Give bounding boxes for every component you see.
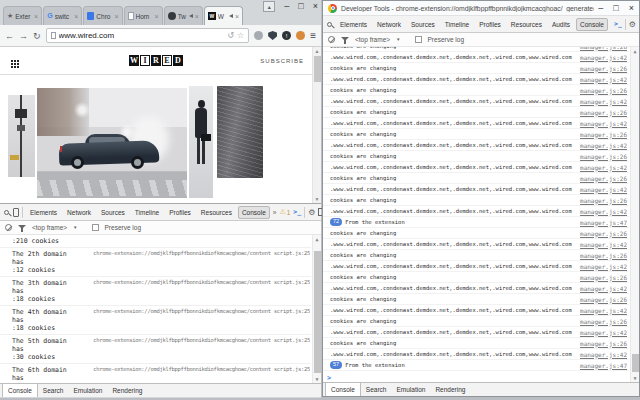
console-source-link[interactable]: chrome-extension://omdjklfbppffbonnikdio… <box>93 366 310 372</box>
devtools-tab[interactable]: Network <box>373 18 405 31</box>
console-source-link[interactable]: manager.js:26 <box>580 296 627 303</box>
console-source-link[interactable]: manager.js:42 <box>580 307 627 314</box>
history-icon[interactable]: ↺ <box>227 31 234 40</box>
console-source-link[interactable]: manager.js:26 <box>580 340 627 347</box>
drawer-tab[interactable]: Rendering <box>430 383 470 396</box>
devtools-tab[interactable]: Console <box>576 18 608 31</box>
frame-selector[interactable]: <top frame> <box>355 36 390 43</box>
drawer-tab[interactable]: Console <box>2 384 38 397</box>
clear-console-icon[interactable] <box>5 224 12 231</box>
reload-icon[interactable]: ↻ <box>33 31 41 41</box>
url-text[interactable]: www.wired.com <box>59 31 225 40</box>
page-scrollbar[interactable]: ▲ ▼ <box>312 47 321 203</box>
console-source-link[interactable]: manager.js:26 <box>580 47 627 50</box>
close-icon[interactable]: × <box>629 3 634 13</box>
orange-extension-icon[interactable] <box>296 31 305 40</box>
console-source-link[interactable]: manager.js:26 <box>580 230 627 237</box>
extension-icon-gray[interactable] <box>254 31 263 40</box>
menu-grid-icon[interactable] <box>11 60 13 62</box>
console-source-link[interactable]: manager.js:26 <box>580 65 627 72</box>
scroll-up-icon[interactable]: ▲ <box>313 48 321 54</box>
console-source-link[interactable]: manager.js:26 <box>580 197 627 204</box>
browser-tab-wired-active[interactable]: W W × <box>204 6 243 25</box>
console-source-link[interactable]: manager.js:42 <box>580 54 627 61</box>
console-source-link[interactable]: manager.js:47 <box>580 362 627 369</box>
browser-tab-extensions[interactable]: ★ Exter × <box>3 6 42 25</box>
console-source-link[interactable]: manager.js:42 <box>580 76 627 83</box>
console-source-link[interactable]: chrome-extension://omdjklfbppffbonnikdio… <box>93 250 310 256</box>
overflow-icon[interactable]: » <box>273 209 277 216</box>
scroll-down-icon[interactable]: ▼ <box>313 376 321 382</box>
devtools-tab[interactable]: Sources <box>407 18 439 31</box>
search-icon[interactable] <box>4 210 9 215</box>
console-prompt[interactable]: > <box>323 372 331 382</box>
device-mode-icon[interactable] <box>13 208 19 217</box>
console-scrollbar[interactable]: ▲ ▼ <box>312 235 321 383</box>
console-source-link[interactable]: manager.js:42 <box>580 263 627 270</box>
scrollbar-thumb[interactable] <box>314 251 321 373</box>
frame-selector[interactable]: <top frame> <box>32 224 67 231</box>
tab-close-icon[interactable]: × <box>195 13 199 20</box>
console-source-link[interactable]: manager.js:26 <box>580 131 627 138</box>
drawer-tab[interactable]: Console <box>325 383 361 396</box>
tab-close-icon[interactable]: × <box>235 13 239 20</box>
back-icon[interactable]: ← <box>5 31 14 41</box>
minimize-icon[interactable]: – <box>598 3 603 13</box>
console-source-link[interactable]: manager.js:42 <box>580 120 627 127</box>
subscribe-link[interactable]: SUBSCRIBE <box>260 58 304 64</box>
console-source-link[interactable]: manager.js:26 <box>580 153 627 160</box>
console-source-link[interactable]: chrome-extension://omdjklfbppffbonnikdio… <box>93 308 310 314</box>
gear-icon[interactable]: ⚙ <box>629 20 636 29</box>
console-source-link[interactable]: manager.js:26 <box>580 175 627 182</box>
chevron-down-icon[interactable]: ▼ <box>396 37 400 42</box>
console-source-link[interactable]: manager.js:42 <box>580 351 627 358</box>
console-source-link[interactable]: manager.js:26 <box>580 318 627 325</box>
console-source-link[interactable]: manager.js:42 <box>580 208 627 215</box>
maximize-icon[interactable]: □ <box>298 1 303 11</box>
devtools-tab[interactable]: Elements <box>26 206 61 219</box>
scroll-up-icon[interactable]: ▲ <box>631 48 639 54</box>
close-icon[interactable]: × <box>313 1 318 11</box>
console-source-link[interactable]: manager.js:42 <box>580 164 627 171</box>
tab-close-icon[interactable]: × <box>155 13 159 20</box>
devtools-tab[interactable]: Elements <box>336 18 371 31</box>
bookmark-star-icon[interactable]: ☆ <box>237 31 244 40</box>
search-icon[interactable] <box>327 22 332 27</box>
tab-close-icon[interactable]: × <box>34 13 38 20</box>
scroll-down-icon[interactable]: ▼ <box>631 375 639 381</box>
clear-console-icon[interactable] <box>328 36 335 43</box>
shield-extension-icon[interactable] <box>268 31 277 40</box>
scrollbar-thumb[interactable] <box>314 56 321 82</box>
drawer-tab[interactable]: Emulation <box>68 384 107 397</box>
console-source-link[interactable]: manager.js:26 <box>580 252 627 259</box>
gear-icon[interactable]: ⚙ <box>308 208 315 217</box>
tab-close-icon[interactable]: × <box>114 13 118 20</box>
preserve-log-checkbox[interactable] <box>92 224 99 231</box>
drawer-tab[interactable]: Emulation <box>391 383 430 396</box>
wired-logo[interactable]: WIRED <box>129 55 183 66</box>
devtools-tab[interactable]: Resources <box>197 206 236 219</box>
console-scrollbar[interactable]: ▲ ▼ <box>630 47 639 382</box>
drawer-tab[interactable]: Search <box>38 384 69 397</box>
devtools-tab[interactable]: Sources <box>97 206 129 219</box>
console-source-link[interactable]: manager.js:42 <box>580 285 627 292</box>
scroll-up-icon[interactable]: ▲ <box>313 236 321 242</box>
browser-tab-home[interactable]: Hom × <box>124 6 163 25</box>
devtools-tab[interactable]: Timeline <box>131 206 163 219</box>
console-source-link[interactable]: manager.js:42 <box>580 186 627 193</box>
devtools-tab[interactable]: Profiles <box>475 18 505 31</box>
devtools-tab[interactable]: Resources <box>507 18 546 31</box>
chevron-down-icon[interactable]: ▼ <box>73 225 77 230</box>
browser-tab-switch[interactable]: G switc × <box>43 6 82 25</box>
filter-icon[interactable] <box>18 225 26 229</box>
forward-icon[interactable]: → <box>19 31 28 41</box>
filter-icon[interactable] <box>341 37 349 41</box>
console-source-link[interactable]: manager.js:26 <box>580 274 627 281</box>
console-source-link[interactable]: manager.js:26 <box>580 87 627 94</box>
console-source-link[interactable]: manager.js:42 <box>580 241 627 248</box>
maximize-icon[interactable]: □ <box>613 3 618 13</box>
pin-window-icon[interactable]: ▴ <box>263 1 275 12</box>
console-drawer-icon[interactable]: >_ <box>614 20 622 28</box>
devtools-tab[interactable]: Network <box>63 206 95 219</box>
tab-close-icon[interactable]: × <box>74 13 78 20</box>
